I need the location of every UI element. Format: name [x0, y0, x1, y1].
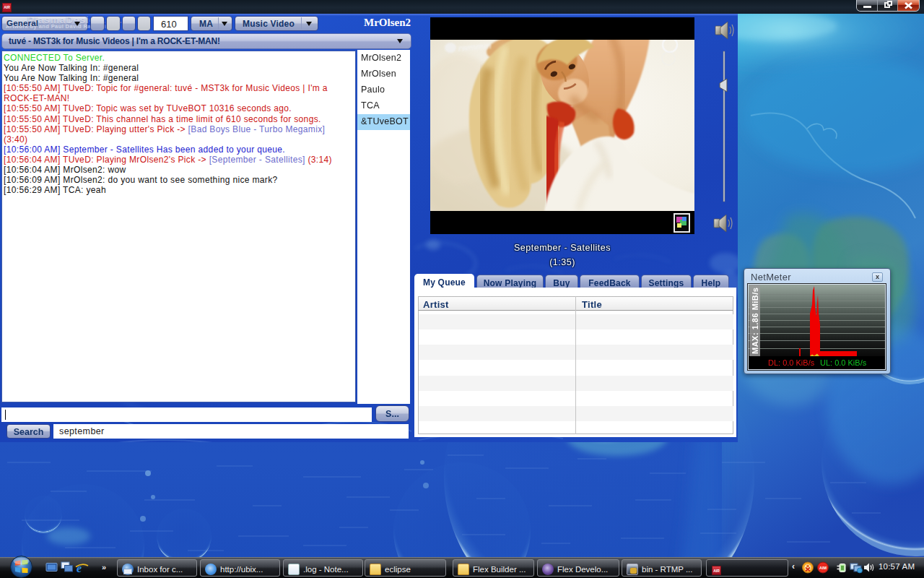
svg-text:UL: 0.0 KiB/s: UL: 0.0 KiB/s: [820, 358, 867, 367]
svg-text:DL: 0.0 KiB/s: DL: 0.0 KiB/s: [768, 358, 815, 367]
svg-text:MAX: 1.86 MiB/s: MAX: 1.86 MiB/s: [751, 288, 759, 354]
svg-text:AIM: AIM: [819, 566, 827, 570]
svg-text:»: »: [102, 563, 106, 571]
svg-text:e: e: [77, 562, 82, 574]
